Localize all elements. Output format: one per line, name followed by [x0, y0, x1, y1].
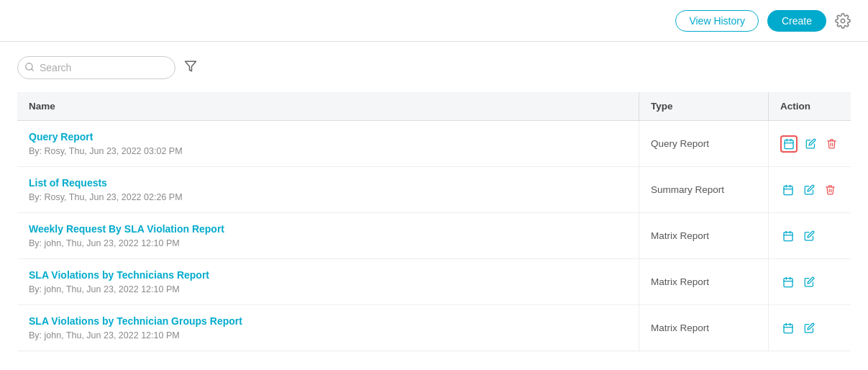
col-header-action: Action [769, 92, 851, 121]
main-content: Name Type Action Query ReportBy: Rosy, T… [0, 42, 868, 366]
table-row: SLA Violations by Technicians ReportBy: … [17, 259, 851, 305]
svg-rect-8 [784, 186, 792, 194]
report-name-link[interactable]: Query Report [29, 131, 627, 143]
view-history-button[interactable]: View History [675, 10, 759, 32]
report-name-link[interactable]: SLA Violations by Technician Groups Repo… [29, 315, 627, 327]
report-type: Matrix Report [639, 259, 769, 305]
report-type: Matrix Report [639, 305, 769, 351]
table-row: Weekly Request By SLA Violation ReportBy… [17, 213, 851, 259]
report-name-link[interactable]: List of Requests [29, 177, 627, 189]
action-icons [780, 182, 839, 198]
delete-report-button[interactable] [824, 136, 839, 151]
schedule-report-button[interactable] [780, 135, 798, 153]
report-meta: By: Rosy, Thu, Jun 23, 2022 03:02 PM [29, 146, 183, 156]
svg-rect-20 [784, 324, 792, 333]
report-meta: By: john, Thu, Jun 23, 2022 12:10 PM [29, 330, 180, 340]
schedule-report-button[interactable] [780, 182, 796, 198]
filter-icon[interactable] [184, 60, 197, 76]
report-type: Matrix Report [639, 213, 769, 259]
delete-report-button[interactable] [823, 182, 838, 197]
svg-point-0 [841, 19, 845, 23]
search-input[interactable] [17, 56, 175, 79]
svg-rect-4 [785, 140, 793, 148]
action-icons [780, 135, 839, 153]
col-header-type: Type [639, 92, 769, 121]
report-name-link[interactable]: Weekly Request By SLA Violation Report [29, 223, 627, 235]
schedule-report-button[interactable] [780, 228, 796, 244]
action-cell [769, 305, 851, 351]
action-icons [780, 274, 839, 290]
edit-report-button[interactable] [802, 320, 817, 335]
action-cell [769, 121, 851, 167]
col-header-name: Name [17, 92, 639, 121]
action-cell [769, 259, 851, 305]
edit-report-button[interactable] [803, 136, 818, 151]
svg-rect-16 [784, 278, 792, 286]
create-button[interactable]: Create [767, 10, 826, 32]
table-row: SLA Violations by Technician Groups Repo… [17, 305, 851, 351]
reports-table: Name Type Action Query ReportBy: Rosy, T… [17, 92, 851, 351]
action-cell [769, 167, 851, 213]
svg-line-2 [32, 68, 34, 71]
report-meta: By: john, Thu, Jun 23, 2022 12:10 PM [29, 284, 180, 294]
schedule-report-button[interactable] [780, 320, 796, 336]
edit-report-button[interactable] [802, 182, 817, 197]
report-meta: By: Rosy, Thu, Jun 23, 2022 02:26 PM [29, 192, 183, 202]
action-icons [780, 228, 839, 244]
svg-marker-3 [186, 61, 196, 71]
search-wrapper [17, 56, 175, 79]
table-row: List of RequestsBy: Rosy, Thu, Jun 23, 2… [17, 167, 851, 213]
settings-icon[interactable] [835, 13, 851, 29]
report-type: Summary Report [639, 167, 769, 213]
report-name-link[interactable]: SLA Violations by Technicians Report [29, 269, 627, 281]
edit-report-button[interactable] [802, 274, 817, 289]
table-row: Query ReportBy: Rosy, Thu, Jun 23, 2022 … [17, 121, 851, 167]
table-header-row: Name Type Action [17, 92, 851, 121]
toolbar [17, 56, 851, 79]
report-meta: By: john, Thu, Jun 23, 2022 12:10 PM [29, 238, 180, 248]
report-type: Query Report [639, 121, 769, 167]
header: View History Create [0, 0, 868, 42]
action-icons [780, 320, 839, 336]
edit-report-button[interactable] [802, 228, 817, 243]
action-cell [769, 213, 851, 259]
schedule-report-button[interactable] [780, 274, 796, 290]
svg-rect-12 [784, 232, 792, 240]
search-icon [24, 62, 35, 74]
